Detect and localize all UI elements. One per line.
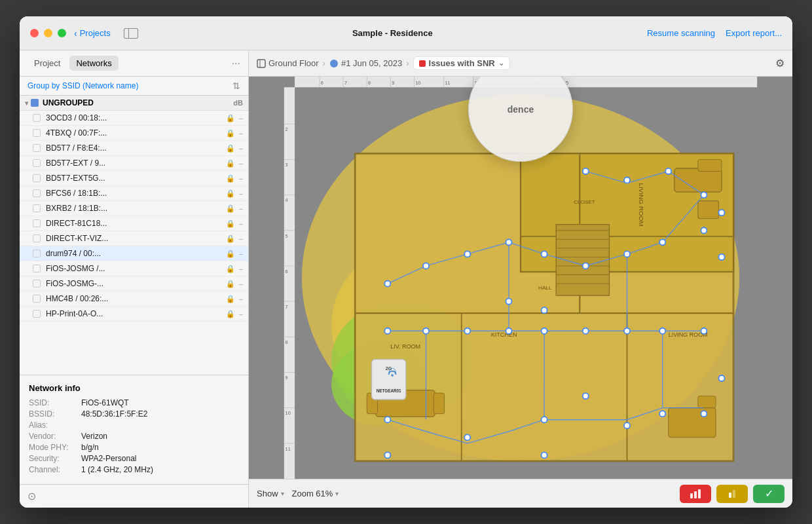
network-name: drum974 / 00:... (46, 249, 226, 258)
app-window: ‹ Projects Sample - Residence Resume sca… (20, 16, 792, 508)
network-checkbox[interactable] (33, 295, 41, 303)
ssid-value: FiOS-61WQT (81, 398, 129, 407)
lock-icon: 🔒 (226, 234, 235, 243)
ssid-label: SSID: (29, 398, 81, 407)
list-item[interactable]: FiOS-JOSMG /... 🔒 – (20, 261, 248, 276)
close-button[interactable] (30, 29, 39, 37)
map-area: Ground Floor › #1 Jun 05, 2023 › Issues … (249, 50, 792, 508)
network-checkbox[interactable] (33, 189, 41, 197)
export-report-button[interactable]: Export report... (726, 28, 782, 38)
info-row-bssid: BSSID: 48:5D:36:1F:5F:E2 (29, 409, 239, 419)
minimize-button[interactable] (44, 29, 52, 37)
floor-plan-icon (257, 59, 266, 68)
group-header-ungrouped[interactable]: ▾ UNGROUPED dB (20, 96, 248, 111)
svg-point-2 (330, 60, 338, 67)
breadcrumb-ground-floor[interactable]: Ground Floor (257, 58, 319, 68)
signal-value: – (239, 234, 243, 242)
layout-toggle-icon[interactable] (124, 28, 138, 39)
network-name: BXRB2 / 18:1B:... (46, 204, 226, 213)
network-list[interactable]: ▾ UNGROUPED dB 3OCD3 / 00:18:... 🔒 – 4TB… (20, 96, 248, 375)
svg-text:NETGEAR01: NETGEAR01 (377, 388, 401, 393)
main-content: Project Networks ··· Group by SSID (Netw… (20, 50, 792, 508)
network-checkbox[interactable] (33, 174, 41, 182)
filter-icon[interactable]: ⚙ (775, 57, 784, 69)
list-item[interactable]: 3OCD3 / 00:18:... 🔒 – (20, 111, 248, 126)
list-item[interactable]: DIRECT-KT-VIZ... 🔒 – (20, 231, 248, 246)
more-options-icon[interactable]: ··· (232, 58, 240, 69)
issue-badge[interactable]: Issues with SNR ⌄ (413, 56, 510, 70)
maximize-button[interactable] (58, 29, 66, 37)
network-checkbox[interactable] (33, 265, 41, 272)
group-by-bar: Group by SSID (Network name) ⇅ (20, 77, 248, 96)
lock-icon: 🔒 (226, 144, 235, 153)
signal-value: – (239, 295, 243, 303)
signal-value: – (239, 250, 243, 257)
lock-icon: 🔒 (226, 295, 235, 303)
info-row-alias: Alias: (29, 421, 239, 430)
expand-icon[interactable]: ⊙ (28, 490, 36, 502)
list-item[interactable]: HP-Print-0A-O... 🔒 – (20, 307, 248, 322)
back-navigation[interactable]: ‹ Projects (74, 28, 111, 39)
projects-link[interactable]: Projects (80, 28, 111, 38)
tab-project[interactable]: Project (28, 56, 67, 71)
status-red-indicator[interactable] (680, 485, 711, 503)
svg-text:10: 10 (415, 80, 420, 86)
network-name: 3OCD3 / 00:18:... (46, 113, 226, 122)
network-checkbox[interactable] (33, 159, 41, 167)
signal-value: – (239, 159, 243, 167)
lock-icon: 🔒 (226, 189, 235, 198)
svg-text:LIV. ROOM: LIV. ROOM (390, 343, 420, 350)
network-name: DIRECT-81C18... (46, 219, 226, 228)
svg-point-50 (583, 263, 589, 269)
list-item[interactable]: BD5T7 / F8:E4:... 🔒 – (20, 141, 248, 156)
network-name: DIRECT-KT-VIZ... (46, 234, 226, 243)
svg-point-66 (624, 328, 630, 334)
group-by-label[interactable]: Group by SSID (Network name) (28, 81, 232, 90)
network-checkbox[interactable] (33, 204, 41, 212)
list-item[interactable]: BD5T7-EXT5G... 🔒 – (20, 171, 248, 186)
status-yellow-indicator[interactable] (716, 485, 748, 503)
list-item[interactable]: DIRECT-81C18... 🔒 – (20, 216, 248, 231)
list-item[interactable]: HMC4B / 00:26:... 🔒 – (20, 291, 248, 307)
breadcrumb-scan[interactable]: #1 Jun 05, 2023 (329, 58, 402, 68)
group-name: UNGROUPED (43, 98, 233, 107)
list-item[interactable]: 4TBXQ / 00:7F:... 🔒 – (20, 126, 248, 141)
signal-value: – (239, 144, 243, 152)
list-item[interactable]: FiOS-JOSMG-... 🔒 – (20, 276, 248, 291)
red-bars (690, 489, 701, 498)
db-label: dB (233, 99, 243, 107)
signal-value: – (239, 174, 243, 182)
svg-text:11: 11 (445, 80, 450, 86)
list-item[interactable]: BFCS6 / 18:1B:... 🔒 – (20, 186, 248, 201)
tab-networks[interactable]: Networks (69, 56, 118, 71)
status-green-indicator[interactable]: ✓ (753, 485, 784, 503)
list-item[interactable]: BD5T7-EXT / 9... 🔒 – (20, 156, 248, 171)
network-checkbox[interactable] (33, 234, 41, 242)
resume-scanning-button[interactable]: Resume scanning (647, 28, 715, 38)
list-item[interactable]: drum974 / 00:... 🔒 – (20, 246, 248, 261)
list-item[interactable]: BXRB2 / 18:1B:... 🔒 – (20, 201, 248, 216)
svg-text:CLOSET: CLOSET (574, 199, 595, 205)
network-checkbox[interactable] (33, 129, 41, 137)
svg-point-72 (542, 417, 547, 422)
network-checkbox[interactable] (33, 250, 41, 257)
breadcrumb-sep: › (323, 58, 325, 68)
network-checkbox[interactable] (33, 144, 41, 152)
zoom-button[interactable]: Zoom 61% ▾ (292, 489, 339, 498)
issue-label: Issues with SNR (429, 58, 495, 68)
network-checkbox[interactable] (33, 219, 41, 227)
zoom-label: Zoom 61% (292, 489, 333, 498)
svg-text:4: 4 (286, 197, 288, 203)
network-checkbox[interactable] (33, 114, 41, 122)
network-name: HP-Print-0A-O... (46, 309, 226, 318)
show-button[interactable]: Show ▾ (257, 489, 284, 498)
map-canvas[interactable]: dence (249, 77, 792, 479)
svg-point-73 (583, 393, 589, 399)
svg-point-54 (718, 254, 724, 260)
network-checkbox[interactable] (33, 280, 41, 288)
mode-label: Mode PHY: (29, 443, 81, 452)
network-checkbox[interactable] (33, 310, 41, 318)
sort-icon[interactable]: ⇅ (232, 81, 240, 91)
vendor-value: Verizon (81, 432, 107, 441)
info-row-vendor: Vendor: Verizon (29, 432, 239, 441)
